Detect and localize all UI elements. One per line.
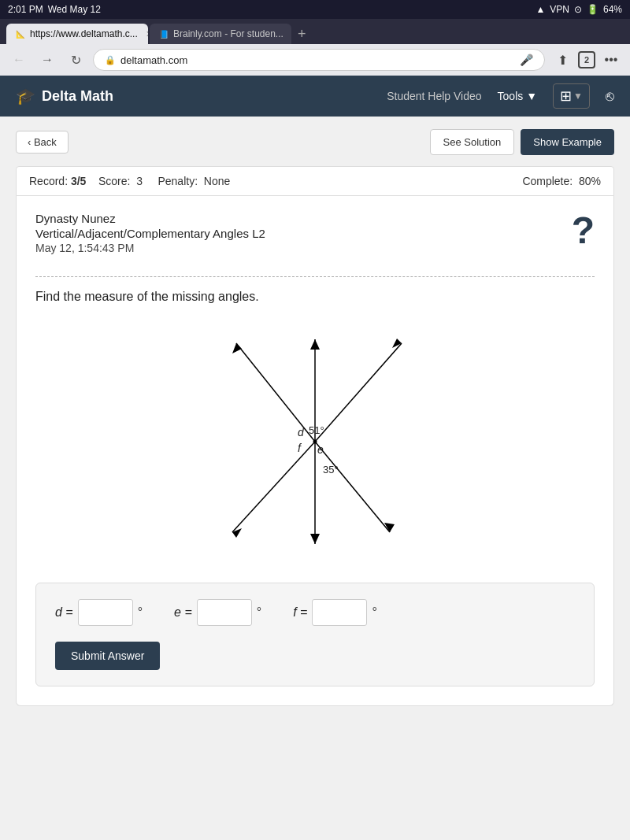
svg-marker-1 <box>232 343 242 353</box>
action-bar: ‹ Back See Solution Show Example <box>16 129 614 155</box>
tools-button[interactable]: Tools ▼ <box>498 90 538 102</box>
main-content: ‹ Back See Solution Show Example Record:… <box>0 117 630 719</box>
complete-value: 80% <box>576 175 601 187</box>
submit-answer-button[interactable]: Submit Answer <box>55 642 160 670</box>
tab-count-badge[interactable]: 2 <box>578 51 595 68</box>
signal-icon: ▲ <box>536 4 545 15</box>
new-tab-button[interactable]: + <box>293 26 311 43</box>
svg-line-8 <box>315 343 402 442</box>
record-info: Record: 3/5 Score: 3 Penalty: None <box>29 175 230 187</box>
status-bar: 2:01 PM Wed May 12 ▲ VPN ⊙ 🔋 64% <box>0 0 630 19</box>
divider <box>35 276 595 277</box>
vpn-label: VPN <box>550 4 569 15</box>
header-nav: Student Help Video Tools ▼ ⊞ ▼ ⎋ <box>387 83 614 109</box>
problem-date: May 12, 1:54:43 PM <box>35 242 265 254</box>
penalty-label: Penalty: <box>158 175 198 187</box>
tools-label: Tools <box>498 90 524 102</box>
svg-line-10 <box>232 442 315 532</box>
d-answer-group: d = ° <box>55 599 143 626</box>
help-icon[interactable]: ? <box>572 212 595 250</box>
more-button[interactable]: ••• <box>600 49 622 71</box>
f-answer-group: f = ° <box>293 599 377 626</box>
logo-icon: 🎓 <box>16 87 35 105</box>
record-label: Record: <box>29 175 68 187</box>
status-day: Wed May 12 <box>48 4 101 15</box>
url-text: deltamath.com <box>120 54 187 66</box>
action-right: See Solution Show Example <box>430 129 614 155</box>
address-field[interactable]: 🔒 deltamath.com 🎤 <box>93 49 545 71</box>
d-label: d = <box>55 605 73 620</box>
tools-arrow-icon: ▼ <box>526 90 537 102</box>
e-degree: ° <box>257 605 261 620</box>
svg-text:51°: 51° <box>309 424 324 436</box>
e-answer-group: e = ° <box>174 599 261 626</box>
svg-marker-7 <box>310 534 320 544</box>
svg-point-17 <box>313 440 317 444</box>
student-name: Dynasty Nunez <box>35 212 265 225</box>
svg-text:e: e <box>317 443 324 456</box>
angle-diagram: d 51° f e 35° <box>189 320 441 564</box>
mic-icon: 🎤 <box>520 54 533 66</box>
tab-favicon-2: 📘 <box>159 30 169 39</box>
svg-text:35°: 35° <box>323 464 339 476</box>
f-input[interactable] <box>312 599 367 626</box>
logo-area: 🎓 Delta Math <box>16 87 113 105</box>
record-bar: Record: 3/5 Score: 3 Penalty: None Compl… <box>16 166 614 196</box>
reload-button[interactable]: ↻ <box>65 49 87 71</box>
back-nav-button[interactable]: ← <box>8 49 30 71</box>
tab-deltamath[interactable]: 📐 https://www.deltamath.c... ✕ <box>6 24 148 44</box>
browser-actions: ⬆ 2 ••• <box>551 49 622 71</box>
battery-percent: 64% <box>603 4 622 15</box>
score-value: 3 <box>133 175 143 187</box>
tab-close-1[interactable]: ✕ <box>146 29 148 39</box>
show-example-button[interactable]: Show Example <box>521 129 614 155</box>
f-degree: ° <box>372 605 376 620</box>
penalty-value: None <box>201 175 230 187</box>
lock-icon: 🔒 <box>105 55 116 65</box>
svg-marker-5 <box>310 339 320 350</box>
e-input[interactable] <box>197 599 252 626</box>
tab-label-2: Brainly.com - For studen... <box>173 28 284 39</box>
tab-label-1: https://www.deltamath.c... <box>30 28 138 39</box>
calc-dropdown-icon: ▼ <box>573 91 583 102</box>
help-video-button[interactable]: Student Help Video <box>387 90 481 102</box>
forward-nav-button[interactable]: → <box>36 49 58 71</box>
browser-chrome: 📐 https://www.deltamath.c... ✕ 📘 Brainly… <box>0 19 630 76</box>
app-header: 🎓 Delta Math Student Help Video Tools ▼ … <box>0 76 630 117</box>
d-input[interactable] <box>78 599 133 626</box>
e-label: e = <box>174 605 192 620</box>
score-label: Score: <box>98 175 130 187</box>
back-button[interactable]: ‹ Back <box>16 131 69 154</box>
f-label: f = <box>293 605 307 620</box>
diagram-container: d 51° f e 35° <box>35 320 595 564</box>
app-title: Delta Math <box>42 88 113 105</box>
calculator-icon: ⊞ <box>560 87 572 105</box>
tab-favicon-1: 📐 <box>16 30 25 39</box>
svg-marker-11 <box>232 528 242 538</box>
problem-header: Dynasty Nunez Vertical/Adjacent/Compleme… <box>35 212 595 264</box>
svg-marker-9 <box>392 339 402 348</box>
see-solution-button[interactable]: See Solution <box>430 129 515 155</box>
tab-brainly[interactable]: 📘 Brainly.com - For studen... ✕ <box>150 24 291 44</box>
problem-type: Vertical/Adjacent/Complementary Angles L… <box>35 227 265 240</box>
answer-area: d = ° e = ° f = ° Submit Answer <box>35 583 595 686</box>
record-value: 3/5 <box>71 175 86 187</box>
svg-text:d: d <box>298 426 305 439</box>
calculator-area[interactable]: ⊞ ▼ <box>553 83 590 109</box>
logout-button[interactable]: ⎋ <box>606 88 614 105</box>
problem-instruction: Find the measure of the missing angles. <box>35 290 595 304</box>
tabs-row: 📐 https://www.deltamath.c... ✕ 📘 Brainly… <box>0 19 630 44</box>
address-bar-row: ← → ↻ 🔒 deltamath.com 🎤 ⬆ 2 ••• <box>0 44 630 76</box>
answer-inputs: d = ° e = ° f = ° <box>55 599 575 626</box>
svg-text:f: f <box>298 442 302 454</box>
complete-label: Complete: <box>522 175 573 187</box>
svg-line-2 <box>315 442 390 532</box>
battery-icon: 🔋 <box>587 4 598 15</box>
d-degree: ° <box>138 605 143 620</box>
share-button[interactable]: ⬆ <box>551 49 573 71</box>
status-time: 2:01 PM <box>8 4 43 15</box>
complete-info: Complete: 80% <box>522 175 601 187</box>
problem-card: Dynasty Nunez Vertical/Adjacent/Compleme… <box>16 196 614 706</box>
camera-icon: ⊙ <box>574 4 582 15</box>
